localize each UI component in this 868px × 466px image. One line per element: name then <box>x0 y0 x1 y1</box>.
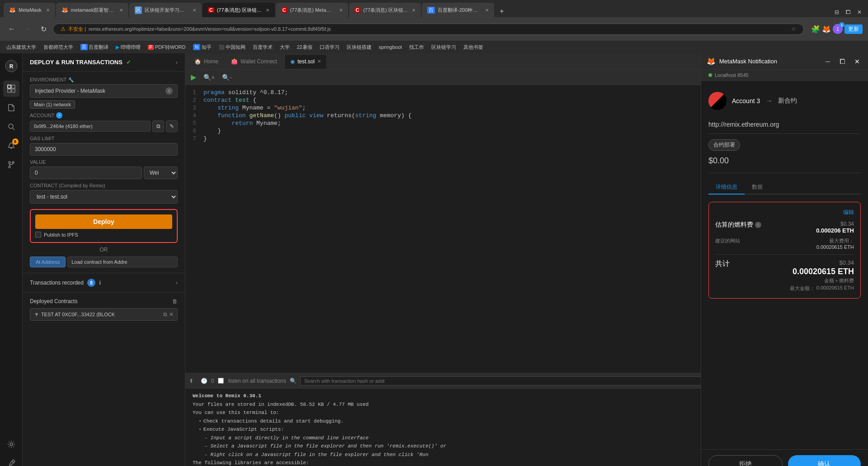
edit-account-button[interactable]: ✎ <box>166 120 178 132</box>
copy-account-button[interactable]: ⧉ <box>152 120 164 132</box>
refresh-button[interactable]: ↻ <box>38 23 49 35</box>
back-button[interactable]: ← <box>5 23 18 35</box>
tab-close-icon7[interactable]: ✕ <box>485 8 489 13</box>
minimize-window-button[interactable]: ⊟ <box>832 7 842 17</box>
mm-account-row: Account 3 → 新合约 <box>708 88 861 114</box>
sidebar-notification-icon[interactable]: 8 <box>3 138 19 154</box>
forward-button[interactable]: → <box>22 23 34 35</box>
terminal-expand-icon[interactable]: ⬆ <box>189 378 193 384</box>
network-badge: Main (1) network <box>30 100 75 109</box>
mm-close-button[interactable]: ✕ <box>852 57 863 66</box>
mm-restore-button[interactable]: ⧠ <box>836 57 848 66</box>
remove-contract-icon[interactable]: ✕ <box>169 311 174 318</box>
main-content: R <box>0 53 868 466</box>
transactions-info-icon[interactable]: ℹ <box>99 280 101 286</box>
address-bar[interactable]: ⚠ 不安全 | remix.ethereum.org/#optimize=fal… <box>53 24 804 35</box>
terminal-search-icon[interactable]: 🔍 <box>290 378 297 384</box>
tab-wallet-connect[interactable]: 👛 Wallet Connect <box>226 54 283 69</box>
mm-minimize-button[interactable]: ─ <box>823 57 833 66</box>
bookmark-daxue[interactable]: 大学 <box>277 43 292 52</box>
mm-divider <box>715 254 854 255</box>
tab-close-icon5[interactable]: ✕ <box>339 8 343 13</box>
tab-close-icon6[interactable]: ✕ <box>412 8 415 13</box>
bookmark-baidu-xueshu[interactable]: 百度学术 <box>250 43 275 52</box>
environment-info-icon[interactable]: 🔧 <box>68 77 74 82</box>
load-contract-button[interactable]: Load contract from Addre <box>67 257 178 267</box>
tab-close-icon3[interactable]: ✕ <box>193 8 196 13</box>
mm-edit-link[interactable]: 编辑 <box>715 209 854 216</box>
tab-translate[interactable]: 百 百度翻译-200种语言... ✕ <box>422 3 494 17</box>
account-select[interactable]: 0x9f9...2464e (4180 ether) <box>30 121 151 132</box>
bookmark-22shuia[interactable]: 22暑假 <box>294 43 315 52</box>
bookmark-shandong[interactable]: 山东建筑大学 <box>4 43 39 52</box>
deploy-collapse-arrow[interactable]: › <box>176 59 178 66</box>
listen-all-label: listen on all transactions <box>228 378 286 384</box>
zoom-out-icon[interactable]: 🔍- <box>220 72 234 83</box>
bookmark-baidu-translate[interactable]: 百百度翻译 <box>78 43 111 52</box>
svg-rect-5 <box>12 89 15 92</box>
transactions-row[interactable]: Transactions recorded 8 ℹ › <box>23 273 185 292</box>
extension-icon1[interactable]: 🧩 <box>811 25 820 33</box>
tab-metamask3[interactable]: C (77条消息) MetaMa... ✕ <box>276 3 348 17</box>
tab-close-icon2[interactable]: ✕ <box>119 8 123 13</box>
sidebar-tools-icon[interactable] <box>3 455 19 466</box>
browser-menu-button[interactable]: 更新 <box>844 24 863 34</box>
listen-all-checkbox[interactable] <box>218 378 224 384</box>
unit-select[interactable]: Wei Gwei Finney Ether <box>144 166 178 179</box>
tab-close-icon[interactable]: ✕ <box>46 8 50 13</box>
bookmark-others[interactable]: 其他书签 <box>461 43 486 52</box>
sidebar-files-icon[interactable] <box>3 100 19 116</box>
tab-metamask[interactable]: 🦊 MetaMask ✕ <box>4 3 55 17</box>
env-info-btn[interactable]: i <box>165 87 173 95</box>
deploy-button[interactable]: Deploy <box>35 214 172 229</box>
mm-tab-details[interactable]: 详细信息 <box>708 181 745 195</box>
bookmark-springboot[interactable]: springboot <box>376 43 405 51</box>
trash-icon[interactable]: 🗑 <box>172 298 178 304</box>
account-add-icon[interactable]: + <box>56 112 62 119</box>
bookmark-blockchain-build[interactable]: 区块链搭建 <box>344 43 374 52</box>
new-tab-button[interactable]: + <box>497 5 506 17</box>
mm-total-max-value: 0.00020615 ETH <box>816 285 854 292</box>
tab-home[interactable]: 🏠 Home <box>189 54 224 69</box>
bookmark-bilibili[interactable]: ▶哔哩哔哩 <box>113 43 143 52</box>
mm-tab-data[interactable]: 数据 <box>745 181 770 195</box>
bookmark-blockchain-learn[interactable]: 区块链学习 <box>429 43 459 52</box>
tab-close-icon4[interactable]: ✕ <box>266 8 269 13</box>
bookmark-shoudu[interactable]: 首都师范大学 <box>41 43 76 52</box>
sidebar-git-icon[interactable] <box>3 157 19 173</box>
mm-reject-button[interactable]: 拒绝 <box>708 455 783 466</box>
at-address-button[interactable]: At Address <box>30 257 66 267</box>
close-window-button[interactable]: ✕ <box>854 7 864 17</box>
value-input[interactable] <box>30 166 142 179</box>
remix-logo[interactable]: R <box>3 58 19 74</box>
bookmark-zhihu[interactable]: 知知乎 <box>190 43 214 52</box>
contract-expand-arrow[interactable]: ▼ <box>34 311 39 318</box>
restore-window-button[interactable]: ⧠ <box>843 7 854 17</box>
bookmark-cnki[interactable]: ⬛中国知网 <box>216 43 248 52</box>
publish-checkbox[interactable] <box>35 232 41 238</box>
tab-blockchain1[interactable]: 区 区块链开发学习三... ✕ <box>129 3 202 17</box>
sidebar-settings-icon[interactable] <box>3 436 19 452</box>
mm-arrow-icon: → <box>765 97 773 105</box>
tab-metamask2[interactable]: 🦊 metamask部署智能... ✕ <box>56 3 128 17</box>
environment-select[interactable]: Injected Provider - MetaMask i <box>30 84 178 98</box>
mm-confirm-button[interactable]: 确认 <box>788 455 861 466</box>
sidebar-deploy-icon[interactable] <box>3 81 19 97</box>
contract-select[interactable]: test - test.sol <box>30 190 178 204</box>
tab-blockchain3[interactable]: C (77条消息) 区块链... ✕ <box>349 3 421 17</box>
zoom-in-icon[interactable]: 🔍+ <box>202 72 217 83</box>
copy-contract-icon[interactable]: ⧉ <box>163 311 167 318</box>
gas-limit-input[interactable] <box>30 143 178 156</box>
close-test-sol-icon[interactable]: ✕ <box>317 59 321 64</box>
bookmark-pdf[interactable]: PPDF转WORD <box>145 43 189 52</box>
metamask-extension-icon[interactable]: 🦊 <box>822 25 831 33</box>
sidebar-search-icon[interactable] <box>3 119 19 135</box>
mm-fee-info-icon[interactable]: i <box>755 222 761 228</box>
bookmark-star-icon[interactable]: ☆ <box>791 26 796 32</box>
environment-label: ENVIRONMENT 🔧 <box>30 77 178 82</box>
tab-blockchain2[interactable]: C (77条消息) 区块链... ✕ <box>203 3 275 17</box>
run-icon[interactable]: ▶ <box>189 71 198 83</box>
bookmark-kouyu[interactable]: 口语学习 <box>317 43 342 52</box>
tab-test-sol[interactable]: ◉ test.sol ✕ <box>284 54 327 69</box>
bookmark-job[interactable]: 找工作 <box>406 43 427 52</box>
